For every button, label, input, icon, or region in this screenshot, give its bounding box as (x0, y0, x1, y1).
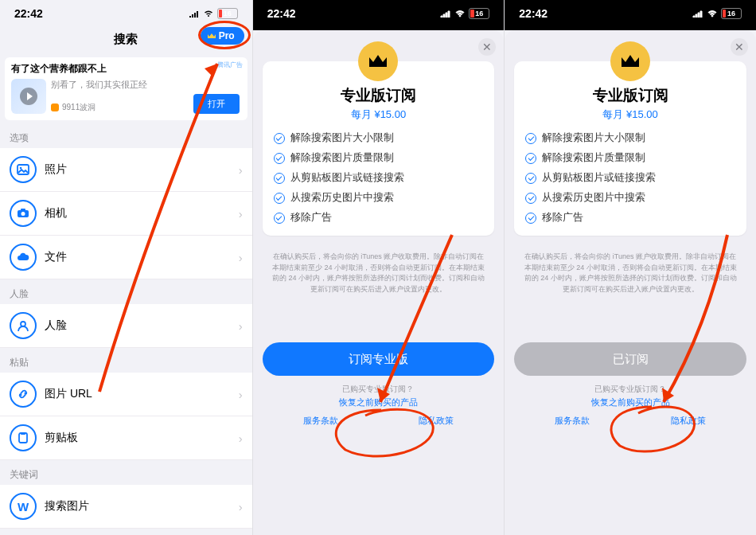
status-bar: 22:42 16 (0, 0, 252, 24)
subscription-price: 每月 ¥15.00 (274, 107, 484, 122)
check-icon (525, 133, 536, 144)
subscription-card: 专业版订阅 每月 ¥15.00 解除搜索图片大小限制 解除搜索图片质量限制 从剪… (514, 61, 746, 236)
disclaimer-text: 在确认购买后，将会向你的 iTunes 账户收取费用。除非自动订阅在本期结束前至… (514, 252, 746, 295)
face-icon (10, 312, 37, 339)
privacy-link[interactable]: 隐私政策 (671, 415, 706, 427)
row-image-url[interactable]: 图片 URL › (0, 373, 252, 416)
check-icon (525, 153, 536, 164)
feature-list: 解除搜索图片大小限制 解除搜索图片质量限制 从剪贴板图片或链接搜索 从搜索历史图… (274, 131, 484, 225)
row-face[interactable]: 人脸 › (0, 304, 252, 348)
already-purchased-label: 已购买专业版订阅？ (514, 384, 746, 395)
link-icon (10, 381, 37, 408)
crown-icon (207, 32, 216, 40)
check-icon (274, 153, 285, 164)
svg-rect-0 (18, 165, 29, 174)
feature-item: 从搜索历史图片中搜索 (525, 191, 735, 205)
section-faces: 人脸 (0, 279, 252, 304)
restore-purchase-link[interactable]: 恢复之前购买的产品 (514, 396, 746, 408)
feature-item: 从剪贴板图片或链接搜索 (525, 171, 735, 185)
crown-icon (620, 53, 641, 69)
chevron-right-icon: › (239, 163, 243, 177)
row-camera[interactable]: 相机 › (0, 192, 252, 236)
svg-rect-4 (21, 209, 25, 211)
section-paste: 粘贴 (0, 348, 252, 373)
chevron-right-icon: › (239, 388, 243, 401)
check-icon (525, 213, 536, 224)
feature-item: 解除搜索图片大小限制 (274, 131, 484, 145)
wifi-icon (454, 10, 466, 18)
row-search-image[interactable]: W搜索图片 › (0, 485, 252, 529)
signal-icon (189, 10, 200, 18)
clipboard-icon (10, 424, 37, 451)
status-time: 22:42 (519, 7, 548, 20)
signal-icon (440, 10, 451, 18)
svg-rect-7 (21, 432, 25, 435)
battery-icon: 16 (217, 8, 238, 19)
subscription-sheet: ✕ 专业版订阅 每月 ¥15.00 解除搜索图片大小限制 解除搜索图片质量限制 … (505, 30, 756, 535)
status-bar: 22:42 16 (253, 0, 505, 24)
restore-purchase-link[interactable]: 恢复之前购买的产品 (263, 396, 495, 408)
section-keywords: 关键词 (0, 460, 252, 485)
check-icon (274, 193, 285, 204)
ad-title: 有了这个营养都跟不上 (11, 62, 241, 76)
subscription-title: 专业版订阅 (274, 85, 484, 106)
chevron-right-icon: › (239, 207, 243, 221)
pro-button-label: Pro (219, 30, 235, 41)
privacy-link[interactable]: 隐私政策 (419, 415, 454, 427)
check-icon (525, 193, 536, 204)
close-button[interactable]: ✕ (478, 38, 496, 56)
pro-button[interactable]: Pro (201, 27, 244, 45)
status-icons: 16 (692, 8, 742, 19)
crown-icon (368, 53, 388, 69)
battery-icon: 16 (469, 8, 489, 19)
nav-bar: 搜索 Pro (0, 24, 252, 54)
chevron-right-icon: › (239, 319, 243, 333)
play-icon (20, 88, 37, 105)
crown-badge (610, 41, 650, 81)
status-bar: 22:42 16 (505, 0, 756, 24)
subscription-card: 专业版订阅 每月 ¥15.00 解除搜索图片大小限制 解除搜索图片质量限制 从剪… (263, 61, 495, 236)
wifi-icon (707, 10, 718, 18)
row-photo[interactable]: 照片 › (0, 148, 252, 192)
subscription-sheet: ✕ 专业版订阅 每月 ¥15.00 解除搜索图片大小限制 解除搜索图片质量限制 … (253, 30, 505, 535)
signal-icon (692, 10, 703, 18)
section-history: 历史 (0, 529, 252, 535)
ad-card[interactable]: 腾讯广告 有了这个营养都跟不上 别看了，我们其实很正经 9911波洞 打开 (5, 57, 247, 120)
section-options: 选项 (0, 123, 252, 148)
check-icon (274, 133, 285, 144)
ad-thumbnail[interactable] (11, 79, 46, 114)
ad-subtitle: 别看了，我们其实很正经 (51, 79, 241, 91)
status-time: 22:42 (267, 7, 296, 20)
feature-list: 解除搜索图片大小限制 解除搜索图片质量限制 从剪贴板图片或链接搜索 从搜索历史图… (525, 131, 735, 225)
cloud-icon (10, 244, 37, 271)
feature-item: 解除搜索图片大小限制 (525, 131, 735, 145)
tos-link[interactable]: 服务条款 (555, 415, 590, 427)
check-icon (274, 173, 285, 184)
subscription-price: 每月 ¥15.00 (525, 107, 735, 122)
row-clipboard[interactable]: 剪贴板 › (0, 416, 252, 460)
photo-icon (10, 156, 37, 183)
feature-item: 从剪贴板图片或链接搜索 (274, 171, 484, 185)
status-icons: 16 (440, 8, 489, 19)
already-purchased-label: 已购买专业版订阅？ (263, 384, 495, 395)
feature-item: 解除搜索图片质量限制 (525, 151, 735, 165)
chevron-right-icon: › (239, 432, 243, 445)
ad-tag: 腾讯广告 (217, 61, 243, 69)
subscription-title: 专业版订阅 (525, 85, 735, 106)
chevron-right-icon: › (239, 500, 243, 514)
subscribe-button[interactable]: 订阅专业版 (263, 342, 495, 376)
screenshot-2: 22:42 16 ✕ 专业版订阅 每月 ¥15.00 解除搜索图片大小限制 解除… (252, 0, 505, 535)
check-icon (525, 173, 536, 184)
chevron-right-icon: › (239, 251, 243, 264)
ad-open-button[interactable]: 打开 (193, 94, 240, 114)
tos-link[interactable]: 服务条款 (303, 415, 338, 427)
wifi-icon (203, 10, 214, 18)
row-file[interactable]: 文件 › (0, 236, 252, 279)
camera-icon (10, 200, 37, 227)
page-title: 搜索 (114, 32, 138, 47)
close-button[interactable]: ✕ (731, 38, 748, 56)
screenshot-1: 22:42 16 搜索 Pro 腾讯广告 有了这个营养都跟不上 别看了，我们其实… (0, 0, 252, 535)
screenshot-3: 22:42 16 ✕ 专业版订阅 每月 ¥15.00 解除搜索图片大小限制 解除… (504, 0, 756, 535)
battery-icon: 16 (721, 8, 742, 19)
disclaimer-text: 在确认购买后，将会向你的 iTunes 账户收取费用。除非自动订阅在本期结束前至… (263, 252, 495, 295)
